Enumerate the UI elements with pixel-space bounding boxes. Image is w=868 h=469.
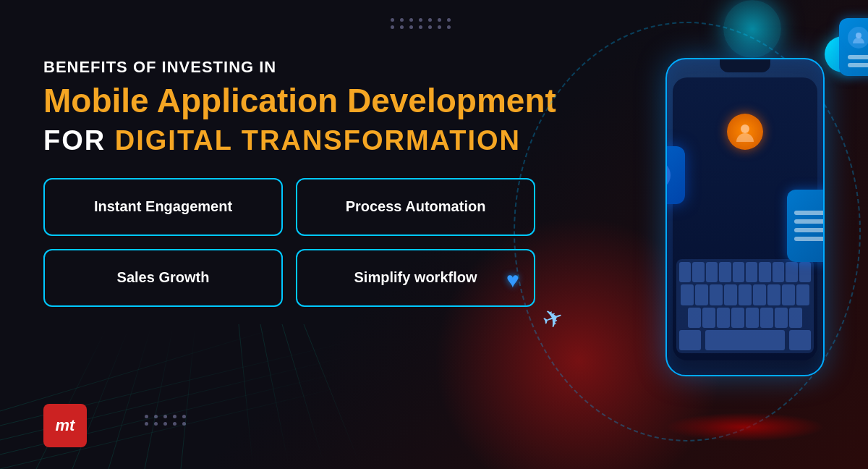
bg-grid — [0, 324, 362, 469]
phone-illustration — [506, 14, 868, 463]
cyan-glow-decoration — [723, 0, 781, 58]
svg-line-11 — [239, 324, 253, 469]
benefit-label-simplify-workflow: Simplify workflow — [354, 269, 477, 286]
main-title: Mobile Application Development — [43, 83, 564, 119]
svg-line-5 — [36, 324, 109, 469]
benefit-card-simplify-workflow: Simplify workflow — [296, 249, 535, 307]
phone-center-avatar — [727, 114, 763, 150]
phone-body — [665, 58, 825, 376]
logo-container: mt — [43, 404, 87, 447]
phone-left-avatar — [665, 146, 685, 204]
svg-line-13 — [282, 324, 326, 469]
benefit-card-process-automation: Process Automation — [296, 178, 535, 236]
dot-grid-bottom-decoration — [145, 415, 188, 426]
svg-line-7 — [109, 324, 152, 469]
phone-bottom-glow — [665, 413, 825, 441]
benefit-label-sales-growth: Sales Growth — [117, 269, 210, 286]
svg-line-14 — [304, 324, 362, 469]
svg-point-15 — [856, 33, 861, 38]
phone-keyboard — [676, 259, 814, 353]
svg-line-9 — [181, 324, 195, 469]
subtitle: BENEFITS OF INVESTING IN — [43, 58, 564, 77]
svg-line-8 — [145, 324, 174, 469]
benefit-label-process-automation: Process Automation — [346, 198, 486, 215]
svg-line-6 — [72, 324, 130, 469]
for-label: FOR — [43, 125, 115, 156]
for-line: FOR DIGITAL TRANSFORMATION — [43, 125, 564, 156]
logo-text: mt — [56, 416, 75, 435]
highlight-label: DIGITAL TRANSFORMATION — [115, 125, 521, 156]
benefits-grid: Instant Engagement Process Automation Sa… — [43, 178, 535, 307]
dot-grid-top-decoration — [391, 18, 453, 29]
main-container: BENEFITS OF INVESTING IN Mobile Applicat… — [0, 0, 868, 469]
svg-line-4 — [0, 324, 289, 411]
chat-bubble-right — [787, 190, 825, 262]
svg-line-12 — [260, 324, 289, 469]
benefit-card-instant-engagement: Instant Engagement — [43, 178, 283, 236]
benefit-card-sales-growth: Sales Growth — [43, 249, 283, 307]
left-content: BENEFITS OF INVESTING IN Mobile Applicat… — [43, 58, 564, 307]
chat-bubble-top — [839, 18, 868, 76]
benefit-label-instant-engagement: Instant Engagement — [94, 198, 232, 215]
svg-point-16 — [741, 124, 749, 133]
phone-notch — [720, 59, 770, 72]
